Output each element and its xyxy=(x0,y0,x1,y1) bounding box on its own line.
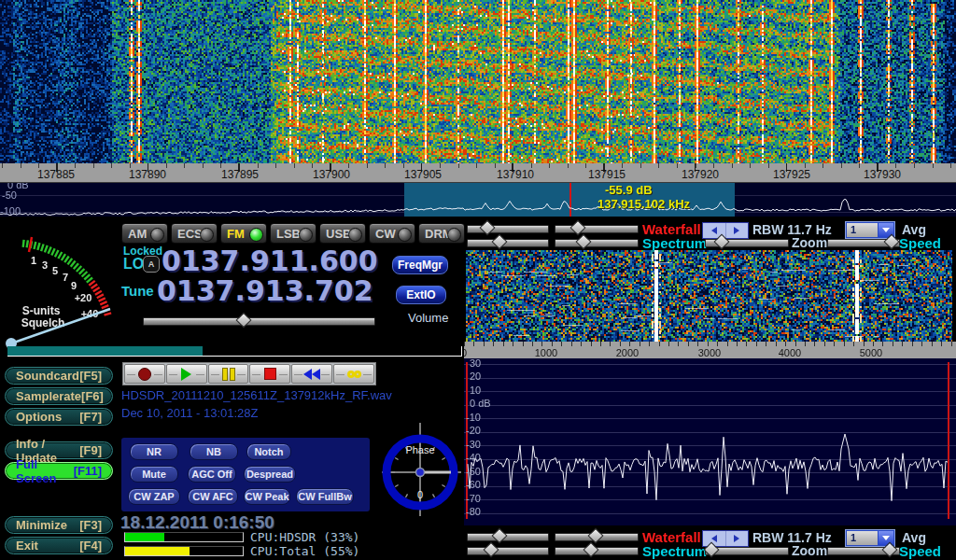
pause-button[interactable] xyxy=(208,364,249,384)
soundcard-button[interactable]: Soundcard[F5] xyxy=(5,367,113,385)
avg-dropdown[interactable]: 1 xyxy=(846,222,894,238)
slider-thumb[interactable] xyxy=(491,234,507,250)
s-units-label: S-units xyxy=(22,304,61,317)
playback-progress-fill xyxy=(7,346,203,356)
waterfall-contrast-slider[interactable] xyxy=(555,225,639,233)
slider-thumb[interactable] xyxy=(491,528,507,544)
rewind-icon xyxy=(303,369,320,380)
speed-slider[interactable] xyxy=(827,239,900,247)
rbw-spinner[interactable] xyxy=(702,222,749,239)
extio-button[interactable]: ExtIO xyxy=(396,286,446,304)
volume-slider-thumb[interactable] xyxy=(236,313,252,329)
mode-lsb-button[interactable]: LSB xyxy=(270,223,316,244)
spectrum-tab-2[interactable]: Spectrum xyxy=(642,543,707,559)
cw-peak-button[interactable]: CW Peak xyxy=(244,488,290,505)
slider-thumb[interactable] xyxy=(583,542,598,558)
lo-frequency-readout[interactable]: 0137.911.600 xyxy=(162,247,378,275)
zoom-slider[interactable] xyxy=(705,239,789,247)
spectrum-range-slider-2[interactable] xyxy=(555,547,639,555)
rf-frequency-scale[interactable]: 137885 137890 137895 137900 137905 13791… xyxy=(0,163,956,183)
loop-button[interactable] xyxy=(333,364,374,384)
audio-db-tick: -10 xyxy=(466,412,481,423)
phase-dial[interactable]: Phase 0 xyxy=(377,420,463,519)
slider-thumb[interactable] xyxy=(576,234,592,250)
spectrum-tab[interactable]: Spectrum xyxy=(642,235,707,251)
cpu-hdsdr-bar xyxy=(124,532,244,542)
rf-waterfall-display[interactable] xyxy=(0,0,956,163)
button-label: Exit xyxy=(16,539,38,553)
tune-frequency-readout[interactable]: 0137.913.702 xyxy=(157,277,373,305)
slider-thumb[interactable] xyxy=(484,542,499,558)
audio-spectrum-display[interactable]: 30 20 10 0 dB -10 -20 -30 -40 -50 -60 -7… xyxy=(464,358,956,525)
mode-am-button[interactable]: AM xyxy=(121,223,168,244)
mode-usb-button[interactable]: USB xyxy=(319,223,366,244)
cw-afc-button[interactable]: CW AFC xyxy=(188,488,238,505)
stop-icon xyxy=(264,368,276,380)
audio-db-tick: -50 xyxy=(466,466,481,477)
speed-slider-2[interactable] xyxy=(827,547,900,555)
rewind-button[interactable] xyxy=(291,364,332,384)
mode-cw-button[interactable]: CW xyxy=(369,223,415,244)
cpu-hdsdr-label: CPU:HDSDR (33%) xyxy=(250,530,359,544)
audio-db-tick: -80 xyxy=(466,506,481,517)
waterfall-brightness-slider-2[interactable] xyxy=(467,533,549,541)
audio-db-tick: 20 xyxy=(470,371,481,382)
waterfall-brightness-slider[interactable] xyxy=(467,225,549,233)
button-label: Soundcard xyxy=(16,369,79,383)
minimize-button[interactable]: Minimize[F3] xyxy=(5,516,113,534)
stop-button[interactable] xyxy=(249,364,290,384)
rf-spectrum-canvas[interactable] xyxy=(0,183,956,217)
exit-button[interactable]: Exit[F4] xyxy=(5,537,113,554)
play-button[interactable] xyxy=(166,364,207,384)
nr-button[interactable]: NR xyxy=(130,443,178,460)
spectrum-gain-slider-2[interactable] xyxy=(467,547,549,555)
playback-progress-bar[interactable] xyxy=(7,346,462,357)
audio-freq-tick: 0 xyxy=(464,347,483,358)
mode-led-icon xyxy=(150,228,164,242)
freq-tick: 137890 xyxy=(115,168,180,181)
options-button[interactable]: Options[F7] xyxy=(5,408,113,426)
audio-waterfall-display[interactable] xyxy=(466,250,952,342)
rf-spectrum-display[interactable]: 0 dB -50 -100 -55.9 dB 137.915.102 kHz xyxy=(0,183,956,217)
volume-label: Volume xyxy=(408,311,448,325)
spectrum-gain-slider[interactable] xyxy=(467,239,549,247)
lo-lock-button[interactable]: A xyxy=(143,256,160,273)
samplerate-button[interactable]: Samplerate[F6] xyxy=(5,387,113,405)
record-button[interactable] xyxy=(124,364,165,384)
s-meter-peak-mark xyxy=(29,237,32,252)
mode-fm-button[interactable]: FM xyxy=(220,223,267,244)
rbw-increase-arrow-icon[interactable] xyxy=(725,223,749,238)
play-icon xyxy=(181,368,191,381)
zoom-slider-2[interactable] xyxy=(705,547,789,555)
s-meter-tick-label: 1 xyxy=(31,255,36,266)
spectrum-range-slider[interactable] xyxy=(555,239,639,247)
mode-ecss-button[interactable]: ECSS xyxy=(171,223,218,244)
mode-drm-button[interactable]: DRM xyxy=(418,223,465,244)
nb-button[interactable]: NB xyxy=(190,443,238,460)
mode-label: AM xyxy=(128,227,147,241)
audio-frequency-scale[interactable]: 0 1000 2000 3000 4000 5000 xyxy=(464,342,956,358)
audio-spectrum-canvas[interactable] xyxy=(464,358,956,525)
button-label: Full Screen xyxy=(16,457,74,485)
cw-zap-button[interactable]: CW ZAP xyxy=(128,488,180,505)
waterfall-contrast-slider-2[interactable] xyxy=(555,533,639,541)
wav-file-date: Dec 10, 2011 - 13:01:28Z xyxy=(121,406,258,420)
audio-scale-ticks xyxy=(464,342,956,346)
full-screen-button[interactable]: Full Screen[F11] xyxy=(5,462,113,480)
slider-thumb[interactable] xyxy=(479,220,495,236)
freq-tick: 137900 xyxy=(299,168,364,181)
mute-button[interactable]: Mute xyxy=(130,466,178,483)
notch-button[interactable]: Notch xyxy=(246,443,291,460)
freqmgr-button[interactable]: FreqMgr xyxy=(392,256,448,274)
zoom-label: Zoom xyxy=(792,235,827,250)
s-meter: 1 3 5 7 9 +20 +40 S-units Squelch xyxy=(0,220,120,357)
cw-fullbw-button[interactable]: CW FullBw xyxy=(296,488,354,505)
volume-slider[interactable] xyxy=(143,317,375,326)
mode-led-icon xyxy=(348,228,362,242)
phase-value: 0 xyxy=(417,489,423,500)
mode-button-row: AM ECSS FM LSB USB CW DRM xyxy=(121,223,465,244)
agc-off-button[interactable]: AGC Off xyxy=(188,466,236,483)
despread-button[interactable]: Despread xyxy=(244,466,296,483)
rbw-increase-arrow-icon[interactable] xyxy=(725,531,749,546)
freq-tick: 137915 xyxy=(574,168,640,181)
